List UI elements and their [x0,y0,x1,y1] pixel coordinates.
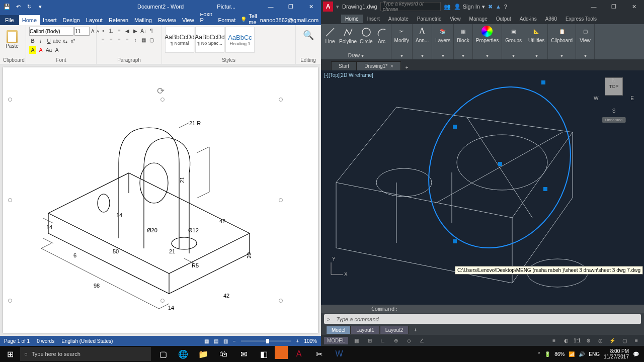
layers-panel[interactable]: 📚Layers▾ [432,24,454,59]
tellme-field[interactable]: Tell me [240,13,257,25]
taskbar-search-input[interactable]: ○Type here to search [20,347,151,361]
underline-button[interactable]: U [45,37,52,45]
grip-center-icon[interactable] [498,162,502,166]
language-button[interactable]: ENG [589,351,600,357]
acad-tab-manage[interactable]: Manage [465,15,492,23]
word-canvas[interactable]: ⟳ [0,64,321,336]
autocad-taskbar-icon[interactable]: A [290,346,308,362]
tab-format[interactable]: Format [215,15,238,25]
acad-restore-button[interactable]: ❐ [604,0,624,13]
keyword-search-input[interactable]: Type a keyword or phrase [380,2,441,11]
tab-insert[interactable]: Insert [40,15,60,25]
snip-icon[interactable]: ✂ [310,346,328,362]
page-count[interactable]: Page 1 of 1 [4,338,30,344]
groups-panel[interactable]: ▣Groups▾ [502,24,525,59]
osnap-toggle[interactable]: ◇ [405,336,414,345]
tab-home[interactable]: Home [19,15,40,25]
line-button[interactable]: Line [324,26,336,44]
undo-icon[interactable]: ↶ [14,3,22,11]
style-normal[interactable]: AaBbCcDd¶ Normal [165,27,194,53]
viewcube[interactable]: N W TOP E S Unnamed [594,77,634,123]
notifications-icon[interactable]: 💬 [633,351,639,357]
view-print-icon[interactable]: ▦ [204,338,209,344]
acad-tab-insert[interactable]: Insert [363,15,384,23]
doctab-start[interactable]: Start [331,61,357,70]
grip-icon[interactable] [453,239,457,243]
align-left-button[interactable]: ≡ [100,36,107,44]
block-panel[interactable]: ▦Block▾ [454,24,472,59]
customize-button[interactable]: ≡ [632,336,641,345]
shading-button[interactable]: ▦ [140,36,147,44]
justify-button[interactable]: ≡ [124,36,131,44]
font-color-button[interactable]: A [37,46,44,54]
acad-minimize-button[interactable]: — [584,0,604,13]
tab-file[interactable]: File [0,15,19,25]
style-nospacing[interactable]: AaBbCcDd¶ No Spac... [195,27,224,53]
show-marks-button[interactable]: ¶ [148,27,155,35]
gear-icon[interactable]: ⚙ [584,336,593,345]
polar-toggle[interactable]: ⊕ [391,336,400,345]
strike-button[interactable]: abc [53,37,60,45]
align-right-button[interactable]: ≡ [116,36,123,44]
tab-layout[interactable]: Layout [83,15,106,25]
view-read-icon[interactable]: ▤ [214,338,218,344]
ortho-toggle[interactable]: ∟ [378,336,387,345]
annotation-panel[interactable]: AAnn...▾ [413,24,432,59]
clear-format-button[interactable]: A [53,46,60,54]
a360-icon[interactable]: ▲ [496,4,501,10]
grip-icon[interactable] [453,125,457,129]
layout-model[interactable]: Model [326,326,351,334]
acad-tab-a360[interactable]: A360 [541,15,561,23]
tab-design[interactable]: Design [60,15,83,25]
font-name-field[interactable] [29,27,73,36]
store-icon[interactable]: 🛍 [214,346,232,362]
taskview-icon[interactable]: ▢ [154,346,172,362]
zoom-out-button[interactable]: − [233,338,236,344]
rotate-handle-icon[interactable]: ⟳ [157,85,165,97]
app-icon[interactable]: ◧ [255,346,273,362]
layout-layout2[interactable]: Layout2 [380,326,409,334]
highlight-button[interactable]: A [29,46,36,54]
word-taskbar-icon[interactable]: W [330,346,348,362]
minimize-button[interactable]: — [261,0,281,13]
picture-tools-tab[interactable]: Pictur... [217,4,235,10]
align-center-button[interactable]: ≡ [108,36,115,44]
qat-dd-icon[interactable]: ▾ [336,4,339,10]
command-input[interactable]: Type a command [324,314,641,324]
viewcube-ucs[interactable]: Unnamed [602,117,626,123]
acad-tab-view[interactable]: View [446,15,465,23]
battery-icon[interactable]: 🔋 [544,351,550,357]
volume-icon[interactable]: 🔊 [579,351,585,357]
wifi-icon[interactable]: 📶 [569,351,575,357]
edge-icon[interactable]: 🌐 [174,346,192,362]
tab-review[interactable]: Review [155,15,179,25]
mail-icon[interactable]: ✉ [234,346,253,362]
style-heading1[interactable]: AaBbCcHeading 1 [225,27,255,53]
view-web-icon[interactable]: ▥ [223,338,228,344]
word-count[interactable]: 0 words [37,338,54,344]
utilities-panel[interactable]: 📐Utilities▾ [525,24,548,59]
grow-font-icon[interactable]: A [91,27,95,35]
doctab-drawing1[interactable]: Drawing1* × [357,61,401,70]
modelspace-button[interactable]: MODEL [324,337,348,344]
decrease-indent-button[interactable]: ◀ [124,27,131,35]
polyline-button[interactable]: Polyline [339,26,357,44]
qat-more-icon[interactable]: ▾ [36,3,44,11]
paste-button[interactable]: Paste [3,27,21,52]
lineweight-toggle[interactable]: ≡ [549,336,558,345]
bold-button[interactable]: B [29,37,36,45]
acad-tab-parametric[interactable]: Parametric [413,15,445,23]
snap-toggle[interactable]: ⊞ [365,336,374,345]
find-button[interactable]: 🔍 [299,27,317,41]
sort-button[interactable]: A↓ [140,27,147,35]
isolate-button[interactable]: ◎ [596,336,605,345]
acad-tab-output[interactable]: Output [492,15,515,23]
bullets-button[interactable]: • [100,27,107,35]
multilevel-button[interactable]: ≡ [116,27,123,35]
grip-icon[interactable] [541,80,545,84]
track-toggle[interactable]: ∠ [418,336,427,345]
numbering-button[interactable]: 1. [108,27,115,35]
properties-panel[interactable]: Properties▾ [473,24,503,59]
acad-close-button[interactable]: ✕ [624,0,644,13]
font-size-field[interactable] [74,27,90,36]
